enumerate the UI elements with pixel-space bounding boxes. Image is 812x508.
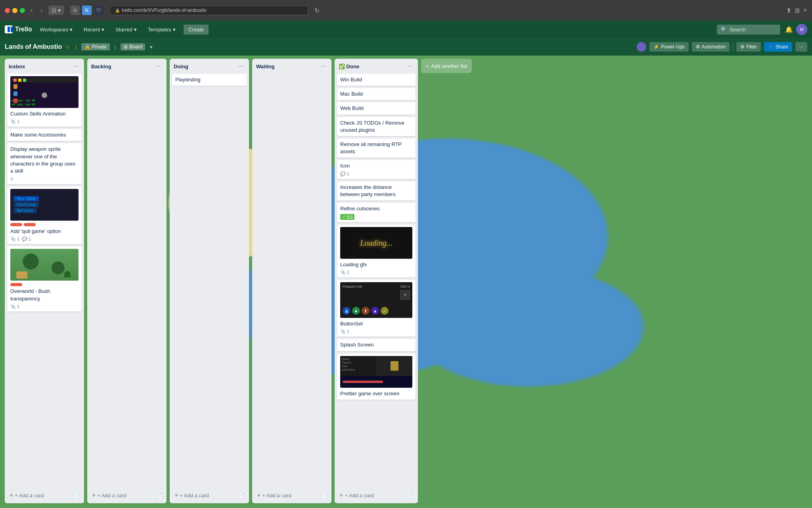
list-menu-waiting[interactable]: ··· xyxy=(319,62,327,71)
lists-container: Icebox ··· HP xyxy=(5,59,807,505)
card-title-loading-gfx: Loading gfx xyxy=(340,261,412,268)
plus-icon: + xyxy=(10,492,13,499)
add-card-button-backlog[interactable]: + + Add a card xyxy=(90,490,154,501)
list-doing: Doing ··· Playtesting + + Add a card 📄 xyxy=(170,59,249,503)
card-meta-add-quit: 📎 1 💬 1 xyxy=(10,237,79,242)
board-title: Lands of Ambustio xyxy=(5,43,62,50)
card-title-display-weapon: Display weapon sprite whenever one of th… xyxy=(10,146,79,175)
card-loading-gfx[interactable]: Loading... Loading gfx 📎 1 xyxy=(337,225,416,277)
list-body-doing: Playtesting xyxy=(170,74,249,487)
nav-starred[interactable]: Starred ▾ xyxy=(112,25,140,34)
card-title-overworld: Overworld - Bush transparency xyxy=(10,288,79,302)
archive-button-backlog[interactable]: 📄 xyxy=(154,491,164,500)
ext-icon-1[interactable]: ⊙ xyxy=(70,6,80,15)
card-display-weapon[interactable]: Display weapon sprite whenever one of th… xyxy=(7,143,82,184)
automation-button[interactable]: ⚙ Automation xyxy=(692,42,730,52)
card-prettier-game-over[interactable]: Status Options Save Game End Prettier ga… xyxy=(337,354,416,400)
nav-workspaces[interactable]: Workspaces ▾ xyxy=(37,25,76,34)
lock-small-icon: 🔒 xyxy=(84,44,90,50)
attachment-count-quit: 📎 1 xyxy=(10,237,19,242)
list-header-done: ✅ Done ··· xyxy=(335,59,418,74)
list-done: ✅ Done ··· Win Build Mac Build Web Build xyxy=(335,59,418,503)
card-mac-build[interactable]: Mac Build xyxy=(337,88,416,100)
grid-view-button[interactable]: ⊞ xyxy=(795,7,800,14)
list-menu-done[interactable]: ··· xyxy=(406,62,414,71)
card-image-overworld xyxy=(10,249,79,281)
card-splash-screen[interactable]: Splash Screen xyxy=(337,339,416,351)
list-title-doing: Doing xyxy=(174,64,188,69)
ext-icon-2[interactable]: N xyxy=(82,6,92,15)
list-menu-icebox[interactable]: ··· xyxy=(72,62,80,71)
card-icon[interactable]: Icon 💬 1 xyxy=(337,160,416,179)
card-playtesting[interactable]: Playtesting xyxy=(172,74,247,86)
add-card-button-icebox[interactable]: + + Add a card xyxy=(7,490,72,501)
close-button[interactable] xyxy=(5,8,10,13)
add-another-list-button[interactable]: + Add another list xyxy=(421,59,472,73)
archive-button-done[interactable]: 📄 xyxy=(406,491,416,500)
add-card-area-icebox: + + Add a card 📄 xyxy=(5,487,84,503)
card-image-loading: Loading... xyxy=(340,227,412,259)
more-options-button[interactable]: ··· xyxy=(795,42,807,52)
sidebar-toggle-button[interactable]: ⊡ ▾ xyxy=(48,6,64,15)
share-page-button[interactable]: ⬆ xyxy=(786,7,791,14)
card-check-js[interactable]: Check JS TODOs / Remove unused plugins xyxy=(337,117,416,136)
forward-button[interactable]: › xyxy=(38,6,45,15)
maximize-button[interactable] xyxy=(20,8,25,13)
user-avatar[interactable]: U xyxy=(796,24,807,35)
add-card-button-done[interactable]: + + Add a card xyxy=(337,490,406,501)
star-icon[interactable]: ☆ xyxy=(65,44,70,50)
card-increases-distance[interactable]: Increases the distance between party mem… xyxy=(337,181,416,200)
comment-count-overworld: 📎 1 xyxy=(10,304,19,309)
card-win-build[interactable]: Win Build xyxy=(337,74,416,86)
browser-chrome: ‹ › ⊡ ▾ ⊙ N 🛡 🔒 trello.com/b/XVFrzgbl/la… xyxy=(0,0,812,21)
list-title-waiting: Waiting xyxy=(256,64,274,69)
back-button[interactable]: ‹ xyxy=(28,6,35,15)
archive-button-doing[interactable]: 📄 xyxy=(237,491,247,500)
new-tab-button[interactable]: + xyxy=(803,6,807,15)
list-body-icebox: HP 585/ 585 MP HP 360/ 360 MP Custom Ski xyxy=(5,74,84,487)
share-button[interactable]: 👤 Share xyxy=(764,42,792,52)
card-make-accessories[interactable]: Make some Accessories xyxy=(7,129,82,141)
card-custom-skills[interactable]: HP 585/ 585 MP HP 360/ 360 MP Custom Ski xyxy=(7,74,82,127)
card-title-prettier-game-over: Prettier game over screen xyxy=(340,390,412,397)
ext-icon-3[interactable]: 🛡 xyxy=(94,6,103,15)
reload-button[interactable]: ↻ xyxy=(314,7,320,14)
card-overworld-bush[interactable]: Overworld - Bush transparency 📎 1 xyxy=(7,246,82,311)
checklist-count: 3/3 xyxy=(347,215,352,219)
board-menu-icon[interactable]: ▾ xyxy=(150,44,153,50)
search-box[interactable]: 🔍 Search xyxy=(717,25,780,35)
archive-button-icebox[interactable]: 📄 xyxy=(72,491,82,500)
address-bar[interactable]: 🔒 trello.com/b/XVFrzgbl/lands-of-ambusti… xyxy=(110,6,308,15)
card-label-red-2 xyxy=(24,223,36,226)
card-refine-cutscenes[interactable]: Refine cutscenes ✓ 3/3 xyxy=(337,203,416,222)
card-buttonset[interactable]: Peasant Hat 299 G × 💧 ♣ ⬆ ▲ ✓ ButtonSet xyxy=(337,280,416,337)
nav-right: 🔔 U xyxy=(785,24,807,35)
trello-logo[interactable]: Trello xyxy=(5,25,32,33)
minimize-button[interactable] xyxy=(12,8,17,13)
attachment-count-custom-skills: 📎 1 xyxy=(10,119,19,124)
nav-recent[interactable]: Recent ▾ xyxy=(80,25,107,34)
list-menu-doing[interactable]: ··· xyxy=(237,62,245,71)
nav-create[interactable]: Create xyxy=(184,25,209,35)
card-remove-rtp[interactable]: Remove all remaining RTP assets xyxy=(337,139,416,158)
menu-item-continue: Continue xyxy=(13,202,39,207)
list-title-done: ✅ Done xyxy=(339,64,359,69)
add-card-row-icebox: + + Add a card 📄 xyxy=(7,490,82,501)
card-meta-loading: 📎 1 xyxy=(340,270,412,275)
power-ups-button[interactable]: ⚡ Power-Ups xyxy=(649,42,688,52)
archive-button-waiting[interactable]: 📄 xyxy=(319,491,329,500)
nav-templates[interactable]: Templates ▾ xyxy=(145,25,179,34)
card-web-build[interactable]: Web Build xyxy=(337,102,416,114)
add-card-button-waiting[interactable]: + + Add a card xyxy=(255,490,319,501)
list-header-doing: Doing ··· xyxy=(170,59,249,74)
add-card-row-done: + + Add a card 📄 xyxy=(337,490,416,501)
add-card-button-doing[interactable]: + + Add a card xyxy=(172,490,237,501)
list-icebox: Icebox ··· HP xyxy=(5,59,84,503)
list-menu-backlog[interactable]: ··· xyxy=(154,62,163,71)
card-title-splash-screen: Splash Screen xyxy=(340,341,412,348)
notifications-button[interactable]: 🔔 xyxy=(785,26,793,33)
add-card-row-doing: + + Add a card 📄 xyxy=(172,490,247,501)
card-title-increases-distance: Increases the distance between party mem… xyxy=(340,184,412,198)
card-add-quit[interactable]: New Game Continue Options Add 'quit game… xyxy=(7,187,82,244)
filter-button[interactable]: ⚙ Filter xyxy=(736,42,761,52)
